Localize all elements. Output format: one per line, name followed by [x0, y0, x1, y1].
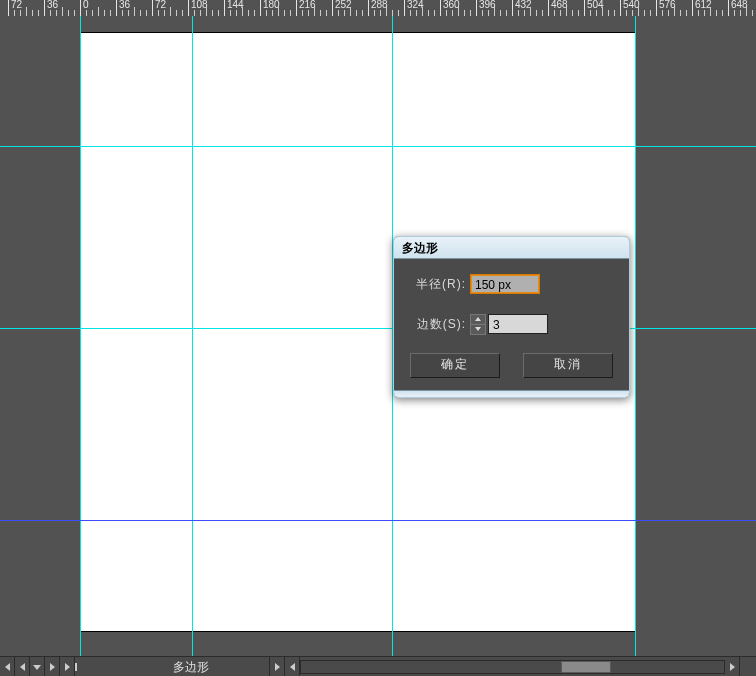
chevron-left-icon: [20, 663, 25, 671]
status-tool-name: 多边形: [75, 657, 270, 676]
radius-row: 半径(R): 150 px: [406, 273, 617, 295]
ruler-major-tick: 648: [728, 0, 729, 16]
ruler-major-tick: 432: [512, 0, 513, 16]
ruler-minor-tick: [98, 7, 99, 16]
ruler-major-tick: 36: [116, 0, 117, 16]
ruler-major-tick: 108: [188, 0, 189, 16]
ruler-major-tick: 360: [440, 0, 441, 16]
ruler-minor-tick: [494, 7, 495, 16]
cancel-button[interactable]: 取消: [523, 353, 613, 378]
ruler-minor-tick: [386, 7, 387, 16]
ruler-major-tick: 504: [584, 0, 585, 16]
ruler-major-tick: 324: [404, 0, 405, 16]
ruler-major-tick: 252: [332, 0, 333, 16]
ruler-minor-tick: [26, 7, 27, 16]
hscroll-thumb[interactable]: [561, 661, 611, 673]
radius-label: 半径(R):: [406, 276, 470, 293]
ruler-minor-tick: [134, 7, 135, 16]
ruler-minor-tick: [242, 7, 243, 16]
sides-row: 边数(S): 3: [406, 313, 617, 335]
ruler-minor-tick: [710, 7, 711, 16]
hscroll-right-button[interactable]: [725, 657, 740, 676]
nav-last-button[interactable]: [60, 657, 75, 676]
ruler-major-tick: 288: [368, 0, 369, 16]
skip-forward-icon: [65, 663, 70, 671]
ruler-minor-tick: [170, 7, 171, 16]
skip-back-icon: [5, 663, 10, 671]
sides-stepper: [470, 314, 486, 335]
ruler-major-tick: 576: [656, 0, 657, 16]
ruler-minor-tick: [530, 7, 531, 16]
ruler-major-tick: 180: [260, 0, 261, 16]
vertical-guide[interactable]: [192, 16, 193, 672]
hscroll-left-button[interactable]: [270, 657, 285, 676]
chevron-right-icon: [50, 663, 55, 671]
ruler-major-tick: 144: [224, 0, 225, 16]
polygon-dialog: 多边形 半径(R): 150 px 边数(S): 3 确定 取消: [393, 236, 630, 398]
dialog-footer: [394, 390, 629, 397]
ruler-minor-tick: [206, 7, 207, 16]
dialog-body: 半径(R): 150 px 边数(S): 3 确定 取消: [394, 259, 629, 390]
status-bar: 多边形: [0, 656, 756, 676]
ruler-major-tick: 540: [620, 0, 621, 16]
ruler-major-tick: 396: [476, 0, 477, 16]
horizontal-guide[interactable]: [0, 146, 756, 147]
chevron-left-icon: [290, 663, 295, 671]
chevron-up-icon: [475, 317, 481, 321]
ruler-major-tick: 72: [8, 0, 9, 16]
chevron-right-icon: [275, 663, 280, 671]
ruler-major-tick: 0: [80, 0, 81, 16]
horizontal-guide[interactable]: [0, 328, 756, 329]
ruler-major-tick: 36: [44, 0, 45, 16]
ruler-major-tick: 216: [296, 0, 297, 16]
nav-first-button[interactable]: [0, 657, 15, 676]
sides-step-down-button[interactable]: [471, 325, 485, 334]
ruler-major-tick: 612: [692, 0, 693, 16]
ruler-minor-tick: [278, 7, 279, 16]
ruler-major-tick: 468: [548, 0, 549, 16]
sides-label: 边数(S):: [406, 316, 470, 333]
ruler-minor-tick: [746, 7, 747, 16]
canvas-area[interactable]: 多边形 半径(R): 150 px 边数(S): 3 确定 取消: [0, 16, 756, 656]
ruler-minor-tick: [314, 7, 315, 16]
vertical-guide[interactable]: [635, 16, 636, 672]
ruler-major-tick: 72: [152, 0, 153, 16]
chevron-down-icon: [475, 327, 481, 331]
ruler-minor-tick: [350, 7, 351, 16]
ruler-minor-tick: [566, 7, 567, 16]
chevron-down-icon: [33, 665, 41, 670]
hscroll-left2-button[interactable]: [285, 657, 300, 676]
dialog-buttons: 确定 取消: [406, 353, 617, 378]
horizontal-guide[interactable]: [0, 520, 756, 521]
sides-input[interactable]: 3: [488, 314, 548, 334]
ruler-minor-tick: [422, 7, 423, 16]
ruler-minor-tick: [602, 7, 603, 16]
chevron-right-icon: [730, 663, 735, 671]
ruler-minor-tick: [62, 7, 63, 16]
statusbar-grip: [740, 657, 756, 676]
nav-prev-button[interactable]: [15, 657, 30, 676]
nav-next-button[interactable]: [45, 657, 60, 676]
ruler-minor-tick: [458, 7, 459, 16]
ok-button[interactable]: 确定: [410, 353, 500, 378]
nav-dropdown-button[interactable]: [30, 657, 45, 676]
vertical-guide[interactable]: [80, 16, 81, 672]
ruler-minor-tick: [674, 7, 675, 16]
hscroll-track[interactable]: [300, 660, 725, 674]
sides-step-up-button[interactable]: [471, 315, 485, 325]
ruler-minor-tick: [638, 7, 639, 16]
radius-input[interactable]: 150 px: [470, 274, 540, 294]
dialog-title: 多边形: [402, 241, 438, 255]
dialog-titlebar[interactable]: 多边形: [394, 237, 629, 259]
horizontal-ruler: 7236036721081441802162522883243603964324…: [0, 0, 756, 16]
